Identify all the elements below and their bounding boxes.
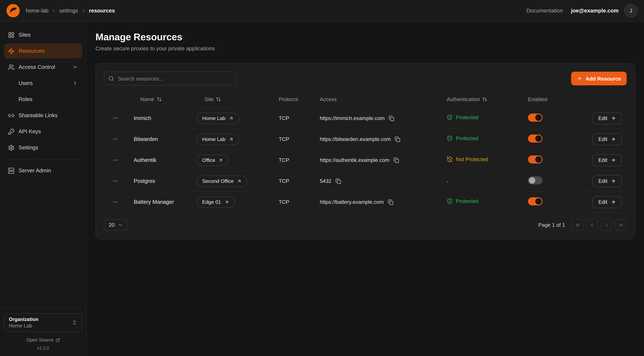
access-url: 5432 (320, 178, 332, 184)
auth-label: Protected (456, 198, 478, 204)
sidebar-item-label: Sites (18, 32, 30, 38)
breadcrumb-resources[interactable]: resources (89, 8, 115, 14)
edit-label: Edit (598, 115, 607, 121)
edit-button[interactable]: Edit (592, 112, 622, 124)
organization-label: Organization (9, 316, 68, 322)
auth-status: Not Protected (447, 156, 488, 162)
protocol-value: TCP (272, 136, 312, 142)
site-name: Home Lab (202, 116, 226, 121)
row-actions-button[interactable] (110, 134, 120, 144)
edit-button[interactable]: Edit (592, 154, 622, 166)
row-actions-button[interactable] (110, 176, 120, 186)
documentation-link[interactable]: Documentation (526, 8, 563, 14)
page-label: Page 1 of 1 (538, 222, 565, 228)
table-header-row: Name Site Protocol Access (104, 91, 627, 108)
row-actions-button[interactable] (110, 155, 120, 165)
search-input[interactable] (104, 72, 237, 86)
arrow-up-down-icon (156, 97, 162, 102)
sidebar-item-settings[interactable]: Settings (4, 140, 82, 155)
sidebar-item-label: API Keys (18, 128, 41, 134)
sort-by-authentication[interactable]: Authentication (447, 96, 488, 102)
row-actions-button[interactable] (110, 114, 120, 123)
arrow-right-icon (610, 178, 616, 184)
row-actions-button[interactable] (110, 197, 120, 207)
chevron-down-icon (118, 222, 123, 228)
header-name: Name (140, 96, 154, 102)
copy-icon (336, 178, 341, 184)
site-link[interactable]: Home Lab (196, 113, 239, 124)
protocol-value: TCP (272, 115, 312, 121)
auth-label: - (447, 178, 448, 184)
sidebar-item-resources[interactable]: Resources (4, 44, 82, 58)
auth-label: Not Protected (456, 156, 488, 162)
shield-check-icon (447, 198, 453, 204)
page-size-select[interactable]: 20 (104, 219, 128, 231)
last-page-button[interactable] (615, 219, 627, 231)
breadcrumb-home-lab[interactable]: home-lab (26, 8, 48, 14)
sidebar-item-access-control[interactable]: Access Control (4, 60, 82, 74)
key-icon (8, 128, 14, 135)
table-row: Authentik Office TCP https://authentik.e… (104, 150, 627, 171)
breadcrumb-settings[interactable]: settings (59, 8, 78, 14)
sidebar-item-users[interactable]: Users (4, 76, 82, 90)
waypoints-icon (8, 48, 14, 54)
edit-button[interactable]: Edit (592, 133, 622, 145)
sidebar-item-server-admin[interactable]: Server Admin (4, 163, 82, 178)
copy-button[interactable] (388, 199, 394, 205)
site-link[interactable]: Home Lab (196, 134, 239, 145)
copy-button[interactable] (389, 115, 395, 122)
enabled-toggle[interactable] (528, 176, 542, 184)
external-link-icon (56, 338, 60, 342)
edit-button[interactable]: Edit (592, 196, 622, 208)
enabled-toggle[interactable] (528, 197, 542, 205)
previous-page-button[interactable] (586, 219, 598, 231)
sort-by-name[interactable]: Name (140, 96, 162, 102)
site-link[interactable]: Office (196, 154, 229, 166)
sidebar-item-roles[interactable]: Roles (4, 92, 82, 107)
copy-icon (393, 157, 399, 163)
link-icon (8, 112, 14, 119)
app-logo[interactable] (6, 4, 20, 17)
enabled-toggle[interactable] (528, 155, 542, 163)
arrow-up-right-icon (229, 137, 234, 142)
enabled-toggle[interactable] (528, 134, 542, 142)
pangolin-logo-icon (6, 4, 20, 17)
sidebar-item-sites[interactable]: Sites (4, 28, 82, 42)
chevrons-left-icon (574, 222, 580, 228)
resource-name: Battery Manager (126, 199, 191, 205)
ellipsis-icon (112, 178, 118, 184)
access-url: https://battery.example.com (320, 199, 384, 205)
arrow-up-right-icon (237, 179, 242, 184)
search-box (104, 72, 237, 86)
enabled-toggle[interactable] (528, 114, 542, 122)
copy-button[interactable] (395, 136, 401, 142)
open-source-link[interactable]: Open Source (26, 338, 60, 342)
toggle-thumb (535, 114, 542, 121)
arrow-up-right-icon (218, 158, 223, 162)
header-authentication: Authentication (447, 96, 480, 102)
access-url: https://bitwarden.example.com (320, 136, 391, 142)
main-content: Manage Resources Create secure proxies t… (86, 22, 644, 356)
user-menu[interactable]: joe@example.com J (571, 4, 638, 17)
header-enabled: Enabled (521, 96, 561, 102)
resources-card: Add Resource Name (96, 63, 635, 239)
next-page-button[interactable] (600, 219, 612, 231)
first-page-button[interactable] (572, 219, 583, 231)
arrow-right-icon (610, 158, 616, 163)
site-name: Office (202, 157, 215, 163)
organization-selector[interactable]: Organization Home Lab (4, 313, 82, 332)
header-access: Access (312, 96, 440, 102)
sidebar-item-api-keys[interactable]: API Keys (4, 124, 82, 139)
copy-button[interactable] (393, 157, 400, 163)
site-name: Second Office (202, 178, 234, 184)
edit-button[interactable]: Edit (592, 175, 622, 187)
toggle-thumb (535, 135, 542, 142)
site-link[interactable]: Second Office (196, 176, 248, 187)
add-resource-button[interactable]: Add Resource (571, 72, 627, 86)
site-link[interactable]: Edge 01 (196, 196, 235, 208)
sidebar-item-shareable-links[interactable]: Shareable Links (4, 108, 82, 123)
sort-by-site[interactable]: Site (204, 96, 221, 102)
topbar: home-lab settings resources Documentatio… (0, 0, 644, 22)
copy-button[interactable] (336, 178, 342, 184)
sidebar-item-label: Settings (18, 144, 38, 150)
